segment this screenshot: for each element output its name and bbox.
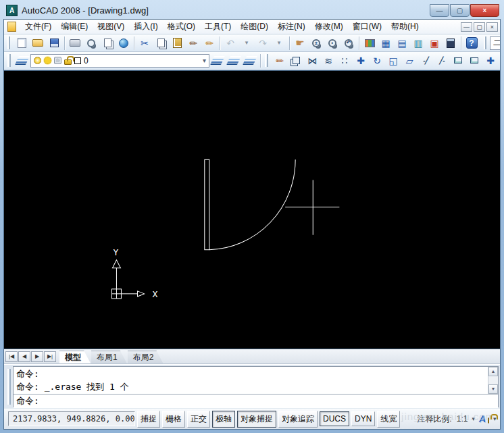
workspace-combo[interactable]: 二维草图与注释: [490, 36, 500, 50]
status-toggle-0[interactable]: 捕捉: [137, 411, 160, 428]
drawn-arc[interactable]: [209, 159, 295, 249]
close-button[interactable]: ×: [470, 4, 499, 17]
open-button[interactable]: [30, 35, 46, 51]
menu-item-6[interactable]: 绘图(D): [236, 20, 273, 34]
zoom-previous-button[interactable]: ↶: [341, 35, 357, 51]
quickcalc-button[interactable]: [443, 35, 459, 51]
menu-item-3[interactable]: 插入(I): [129, 20, 162, 34]
redo-dropdown-button[interactable]: ▾: [271, 35, 287, 51]
status-toggle-2[interactable]: 正交: [187, 411, 210, 428]
status-toggle-5[interactable]: 对象追踪: [278, 411, 318, 428]
mdi-minimize-button[interactable]: —: [461, 22, 472, 32]
status-toggle-8[interactable]: 线宽: [377, 411, 400, 428]
command-input[interactable]: 命令:: [14, 394, 498, 408]
layer-combo-caret-icon[interactable]: ▾: [203, 57, 206, 64]
coordinate-readout[interactable]: 2137.9833, 949.8826, 0.0000: [8, 411, 135, 426]
new-button[interactable]: [14, 35, 30, 51]
layer-combo[interactable]: 0 ▾: [30, 54, 209, 68]
sheet-set-manager-button[interactable]: ▥: [410, 35, 426, 51]
toolbar-grip[interactable]: [7, 36, 10, 49]
make-object-layer-current-button[interactable]: [209, 53, 226, 69]
copy-clip-button[interactable]: [153, 35, 169, 51]
viewport-freeze-icon[interactable]: [54, 57, 61, 64]
command-window-grip[interactable]: [7, 369, 11, 405]
tab-nav-1[interactable]: ◀: [18, 351, 30, 362]
layer-properties-manager-button[interactable]: [14, 53, 30, 69]
extend-button[interactable]: ╱-: [434, 53, 450, 69]
workspace-toolbar-grip[interactable]: [484, 36, 486, 49]
rotate-button[interactable]: ↻: [369, 53, 385, 69]
annotation-scale-caret-icon[interactable]: ▾: [472, 415, 475, 422]
status-toggle-6[interactable]: DUCS: [320, 411, 349, 426]
block-editor-button[interactable]: ✏: [201, 35, 218, 51]
plot-button[interactable]: [67, 35, 83, 51]
publish-button[interactable]: [99, 35, 116, 51]
redo-button[interactable]: ↷: [255, 35, 271, 51]
trim-button[interactable]: -╱: [418, 53, 434, 69]
layer-states-manager-button[interactable]: [242, 53, 258, 69]
layer-unlock-icon[interactable]: [64, 59, 72, 65]
status-toggle-1[interactable]: 栅格: [162, 411, 185, 428]
layer-on-bulb-icon[interactable]: [34, 57, 41, 64]
save-button[interactable]: [46, 35, 62, 51]
status-toggle-3[interactable]: 极轴: [212, 411, 235, 428]
menu-item-8[interactable]: 修改(M): [310, 20, 348, 34]
mirror-button[interactable]: ⋈: [304, 53, 320, 69]
menu-item-1[interactable]: 编辑(E): [56, 20, 93, 34]
undo-button[interactable]: ↶: [222, 35, 238, 51]
modify-toolbar-grip[interactable]: [265, 54, 268, 67]
menu-item-9[interactable]: 窗口(W): [348, 20, 386, 34]
markup-set-manager-button[interactable]: ▣: [426, 35, 443, 51]
layout-tab-0[interactable]: 模型: [59, 351, 91, 363]
3d-dwf-button[interactable]: [116, 35, 132, 51]
pan-button[interactable]: ☛: [292, 35, 308, 51]
erase-button[interactable]: ✏: [272, 53, 288, 69]
mdi-restore-button[interactable]: ▢: [474, 22, 485, 32]
drawn-rectangle[interactable]: [205, 159, 209, 249]
layer-previous-button[interactable]: [226, 53, 242, 69]
zoom-window-button[interactable]: ▪: [324, 35, 341, 51]
drawing-canvas[interactable]: Y X: [4, 70, 500, 349]
paste-button[interactable]: [169, 35, 185, 51]
scroll-up-button[interactable]: ▲: [488, 367, 498, 376]
cut-button[interactable]: ✂: [136, 35, 153, 51]
annotation-visibility-icon[interactable]: A: [479, 413, 486, 424]
offset-button[interactable]: ≋: [320, 53, 336, 69]
menu-item-7[interactable]: 标注(N): [273, 20, 310, 34]
annotation-lock-icon[interactable]: [488, 417, 489, 424]
status-toggle-4[interactable]: 对象捕捉: [237, 411, 276, 428]
annotation-scale-value[interactable]: 1:1: [457, 414, 468, 424]
properties-button[interactable]: [361, 35, 378, 51]
undo-dropdown-button[interactable]: ▾: [238, 35, 255, 51]
mdi-close-button[interactable]: ×: [486, 22, 498, 32]
scroll-down-button[interactable]: ▼: [488, 384, 498, 394]
break-at-point-button[interactable]: [450, 53, 466, 69]
status-toggle-7[interactable]: DYN: [351, 411, 375, 426]
layout-tab-1[interactable]: 布局1: [91, 351, 127, 363]
layout-tab-2[interactable]: 布局2: [128, 351, 163, 363]
tab-nav-2[interactable]: ▶: [31, 351, 43, 362]
match-properties-button[interactable]: ✏: [185, 35, 201, 51]
join-button[interactable]: ✚: [482, 53, 499, 69]
array-button[interactable]: ∷: [336, 53, 353, 69]
tab-nav-3[interactable]: ▶|: [44, 351, 56, 362]
layer-thaw-sun-icon[interactable]: [44, 57, 51, 64]
break-button[interactable]: [466, 53, 482, 69]
maximize-button[interactable]: ▢: [450, 4, 470, 17]
menu-item-2[interactable]: 视图(V): [93, 20, 129, 34]
menu-item-0[interactable]: 文件(F): [20, 20, 56, 34]
plot-preview-button[interactable]: [83, 35, 99, 51]
move-button[interactable]: ✚: [353, 53, 369, 69]
command-scrollbar[interactable]: ▲ ▼: [488, 367, 498, 394]
menu-item-5[interactable]: 工具(T): [200, 20, 236, 34]
copy-object-button[interactable]: [288, 53, 304, 69]
designcenter-button[interactable]: ▦: [378, 35, 394, 51]
tool-palettes-button[interactable]: ▤: [394, 35, 410, 51]
zoom-realtime-button[interactable]: ±: [308, 35, 324, 51]
layers-toolbar-grip[interactable]: [7, 54, 11, 67]
tab-nav-0[interactable]: |◀: [5, 351, 18, 362]
stretch-button[interactable]: ▱: [401, 53, 418, 69]
minimize-button[interactable]: —: [430, 4, 449, 17]
menu-item-4[interactable]: 格式(O): [163, 20, 200, 34]
scale-button[interactable]: ◱: [385, 53, 401, 69]
